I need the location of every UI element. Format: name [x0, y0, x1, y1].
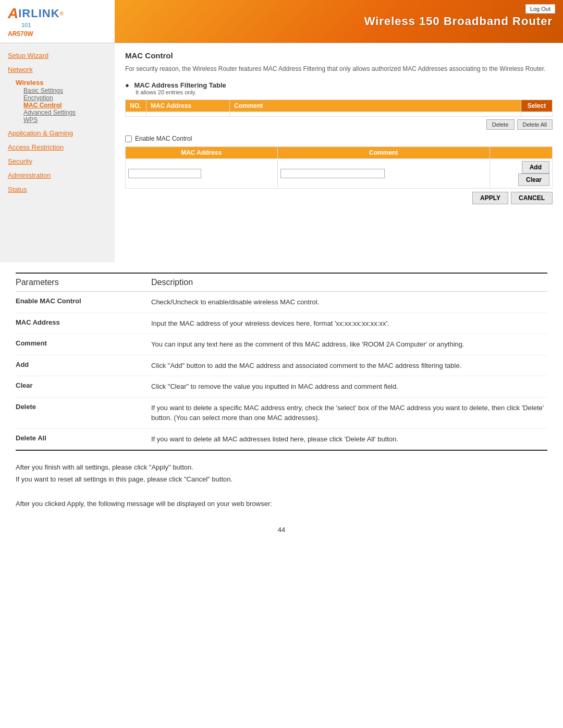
param-row: Clear Click "Clear" to remove the value … [16, 376, 547, 398]
param-label: Comment [16, 339, 151, 350]
params-section: Parameters Description Enable MAC Contro… [16, 273, 547, 451]
logo-irlink: IRLINK [18, 7, 59, 20]
col-header-no: NO. [126, 100, 146, 112]
param-desc: If you want to delete a specific MAC add… [151, 403, 547, 423]
input-cell-mac [126, 159, 278, 189]
param-label: Delete All [16, 434, 151, 445]
sidebar-item-app-gaming[interactable]: Application & Gaming [8, 128, 107, 138]
enable-mac-checkbox[interactable] [125, 135, 132, 142]
footer-note2: If you want to reset all settings in thi… [16, 473, 547, 485]
cancel-button[interactable]: CANCEL [511, 192, 553, 204]
sidebar-item-security[interactable]: Security [8, 156, 107, 166]
param-row: Delete All If you want to delete all MAC… [16, 429, 547, 450]
main-layout: Setup Wizard Network Wireless Basic Sett… [0, 43, 563, 262]
clear-button[interactable]: Clear [518, 174, 549, 186]
sidebar-item-network[interactable]: Network [8, 65, 107, 75]
input-cell-btns: Add Clear [490, 159, 553, 189]
table-row-empty [126, 112, 553, 117]
sidebar-item-status[interactable]: Status [8, 184, 107, 194]
apply-cancel-area: APPLY CANCEL [125, 192, 553, 204]
mac-address-input[interactable] [128, 169, 201, 178]
sidebar-item-administration[interactable]: Administration [8, 170, 107, 180]
mac-filtering-table: NO. MAC Address Comment Select [125, 100, 553, 117]
param-desc: If you want to delete all MAC addresses … [151, 434, 547, 445]
logo-101: 101 [21, 22, 31, 28]
cell-mac [146, 112, 230, 117]
delete-button[interactable]: Delete [486, 119, 515, 130]
param-desc: Click "Clear" to remove the value you in… [151, 381, 547, 392]
comment-input[interactable] [280, 169, 385, 178]
sidebar-sub-wps[interactable]: WPS [23, 116, 91, 124]
param-rows-container: Enable MAC Control Check/Uncheck to enab… [16, 292, 547, 450]
param-label: Clear [16, 381, 151, 392]
page-title: MAC Control [125, 51, 553, 60]
model-name: AR570W [8, 30, 33, 38]
param-desc: You can input any text here as the comme… [151, 339, 547, 350]
param-row: MAC Address Input the MAC address of you… [16, 313, 547, 335]
logo-section: A IRLINK ® 101 AR570W [0, 0, 115, 43]
param-row: Comment You can input any text here as t… [16, 334, 547, 355]
mac-input-table: MAC Address Comment Add Clear [125, 146, 553, 189]
param-desc: Input the MAC address of your wireless d… [151, 318, 547, 329]
col-header-comment: Comment [230, 100, 521, 112]
logo-star: ® [60, 11, 64, 17]
sidebar-sub-mac-control[interactable]: MAC Control [23, 102, 91, 109]
params-header-row: Parameters Description [16, 274, 547, 292]
param-row: Add Click "Add" button to add the MAC ad… [16, 355, 547, 377]
logo-a: A [8, 5, 18, 22]
input-cell-comment [277, 159, 489, 189]
col-header-mac: MAC Address [146, 100, 230, 112]
sidebar: Setup Wizard Network Wireless Basic Sett… [0, 43, 115, 262]
header-banner: Log Out Wireless 150 Broadband Router [115, 0, 563, 43]
enable-mac-control: Enable MAC Control [125, 135, 553, 142]
add-button[interactable]: Add [522, 161, 549, 174]
table-actions: Delete Delete All [125, 119, 553, 130]
filtering-table-note: It allows 20 entries only. [136, 89, 553, 95]
sidebar-item-setup-wizard[interactable]: Setup Wizard [8, 51, 107, 60]
logo: A IRLINK ® [8, 5, 64, 22]
param-row: Delete If you want to delete a specific … [16, 398, 547, 429]
param-label: Add [16, 361, 151, 371]
footer-note3: After you clicked Apply, the following m… [16, 498, 547, 510]
input-col-actions [490, 147, 553, 159]
params-section-wrapper: Parameters Description Enable MAC Contro… [0, 273, 563, 534]
input-col-comment: Comment [277, 147, 489, 159]
params-header-desc: Description [151, 278, 547, 287]
footer-notes: After you finish with all settings, plea… [16, 461, 547, 510]
filtering-table-title: MAC Address Filtering Table [134, 81, 226, 89]
logout-button[interactable]: Log Out [525, 4, 555, 14]
intro-text: For security reason, the Wireless Router… [125, 64, 553, 73]
enable-mac-label: Enable MAC Control [135, 135, 192, 142]
cell-select [521, 112, 553, 117]
param-label: MAC Address [16, 318, 151, 329]
bullet-icon: ● [125, 81, 129, 89]
content-area: MAC Control For security reason, the Wir… [115, 43, 563, 262]
input-row: Add Clear [126, 159, 553, 189]
cell-comment [230, 112, 521, 117]
header-title: Wireless 150 Broadband Router [364, 15, 553, 28]
param-desc: Click "Add" button to add the MAC addres… [151, 361, 547, 371]
sidebar-item-access-restriction[interactable]: Access Restriction [8, 142, 107, 152]
param-row: Enable MAC Control Check/Uncheck to enab… [16, 292, 547, 313]
page-number: 44 [16, 526, 547, 534]
sidebar-sub-advanced[interactable]: Advanced Settings [23, 109, 91, 116]
param-label: Delete [16, 403, 151, 423]
param-label: Enable MAC Control [16, 297, 151, 307]
input-col-mac: MAC Address [126, 147, 278, 159]
param-desc: Check/Uncheck to enable/disable wireless… [151, 297, 547, 307]
sidebar-sub-encryption[interactable]: Encryption [23, 94, 91, 102]
cell-no [126, 112, 146, 117]
col-header-select: Select [521, 100, 553, 112]
apply-button[interactable]: APPLY [472, 192, 508, 204]
delete-all-button[interactable]: Delete All [517, 119, 553, 130]
header: A IRLINK ® 101 AR570W Log Out Wireless 1… [0, 0, 563, 43]
params-header-param: Parameters [16, 278, 151, 287]
footer-note1: After you finish with all settings, plea… [16, 461, 547, 473]
sidebar-sub-basic[interactable]: Basic Settings [23, 87, 91, 94]
